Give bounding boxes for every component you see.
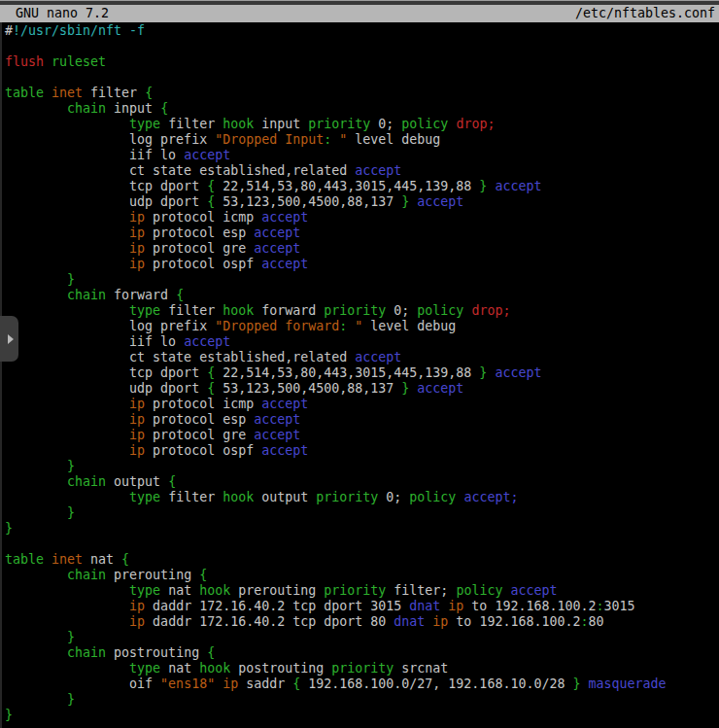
editor-line: tcp dport { 22,514,53,80,443,3015,445,13… [5, 365, 719, 381]
editor-line: } [5, 630, 719, 645]
editor-line: type nat hook postrouting priority srcna… [5, 661, 719, 676]
editor-line: chain forward { [5, 288, 719, 303]
editor-line: log prefix "Dropped Input: " level debug [5, 132, 719, 148]
editor-line: chain prerouting { [5, 568, 719, 583]
editor-line: ip protocol gre accept [5, 241, 719, 257]
editor-line: chain postrouting { [5, 645, 719, 661]
side-panel-handle[interactable] [0, 316, 18, 362]
expand-right-arrow-icon [8, 334, 14, 344]
editor-line: #!/usr/sbin/nft -f [5, 23, 719, 39]
editor-content: #!/usr/sbin/nft -f flush ruleset table i… [5, 23, 719, 723]
editor-line: } [5, 708, 719, 723]
editor-line: ip daddr 172.16.40.2 tcp dport 3015 dnat… [5, 599, 719, 614]
editor-line: ip protocol icmp accept [5, 397, 719, 412]
nano-app-title: GNU nano 7.2 [16, 5, 109, 22]
editor-line: ip protocol gre accept [5, 428, 719, 443]
editor-line: ip daddr 172.16.40.2 tcp dport 80 dnat i… [5, 614, 719, 630]
editor-line: iif lo accept [5, 334, 719, 350]
editor-line: chain input { [5, 101, 719, 117]
editor-line: oif "ens18" ip saddr { 192.168.100.0/27,… [5, 676, 719, 692]
editor-line: udp dport { 53,123,500,4500,88,137 } acc… [5, 381, 719, 397]
editor-line: } [5, 459, 719, 474]
editor-line: ct state established,related accept [5, 163, 719, 179]
editor-line: udp dport { 53,123,500,4500,88,137 } acc… [5, 194, 719, 210]
editor-line: } [5, 505, 719, 521]
editor-line: type nat hook prerouting priority filter… [5, 583, 719, 599]
editor-line: } [5, 692, 719, 708]
editor-line [5, 70, 719, 86]
editor-line [5, 537, 719, 552]
editor-line: ip protocol ospf accept [5, 257, 719, 272]
editor-line: ip protocol ospf accept [5, 443, 719, 459]
editor-line: table inet filter { [5, 86, 719, 101]
editor-line: } [5, 521, 719, 537]
editor-line: ip protocol esp accept [5, 412, 719, 428]
editor-line: log prefix "Dropped forward: " level deb… [5, 319, 719, 334]
editor-line: table inet nat { [5, 552, 719, 568]
nano-file-path: /etc/nftables.conf [575, 5, 715, 22]
editor-line: } [5, 272, 719, 288]
editor-line: type filter hook forward priority 0; pol… [5, 303, 719, 319]
terminal-editor-area[interactable]: #!/usr/sbin/nft -f flush ruleset table i… [0, 22, 719, 728]
editor-line: chain output { [5, 474, 719, 490]
editor-line [5, 39, 719, 54]
nano-titlebar: GNU nano 7.2 /etc/nftables.conf [0, 5, 719, 22]
editor-line: type filter hook output priority 0; poli… [5, 490, 719, 505]
editor-line: ct state established,related accept [5, 350, 719, 365]
editor-line: flush ruleset [5, 54, 719, 70]
editor-line: ip protocol icmp accept [5, 210, 719, 225]
editor-line: ip protocol esp accept [5, 225, 719, 241]
editor-line: type filter hook input priority 0; polic… [5, 117, 719, 132]
console-window: GNU nano 7.2 /etc/nftables.conf #!/usr/s… [0, 0, 719, 728]
editor-line: tcp dport { 22,514,53,80,443,3015,445,13… [5, 179, 719, 194]
editor-line: iif lo accept [5, 148, 719, 163]
